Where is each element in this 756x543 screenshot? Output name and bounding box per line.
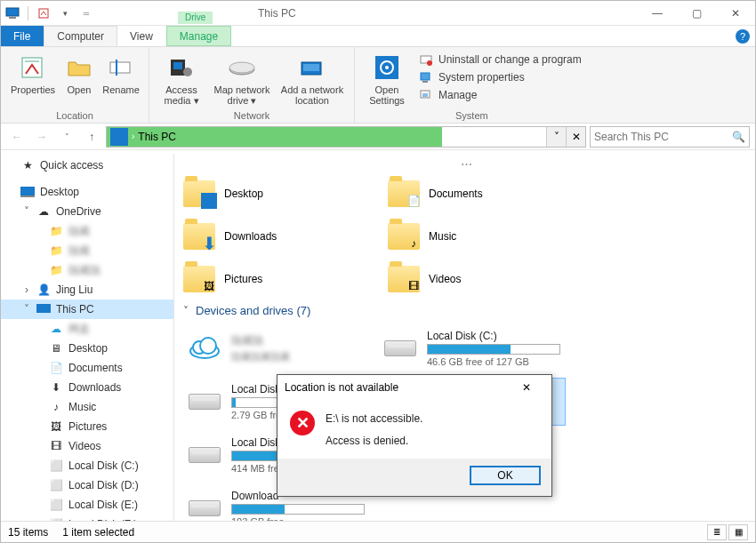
window-title: This PC bbox=[258, 7, 296, 20]
rename-button[interactable]: Rename bbox=[101, 51, 141, 108]
map-drive-icon bbox=[227, 52, 257, 83]
close-button[interactable]: ✕ bbox=[716, 1, 755, 26]
svg-rect-4 bbox=[110, 62, 130, 73]
context-tab-header: Drive Tools bbox=[178, 12, 213, 24]
properties-quick-icon[interactable] bbox=[36, 5, 52, 21]
qat-customize-icon[interactable]: ═ bbox=[78, 5, 94, 21]
tab-manage[interactable]: Manage bbox=[166, 26, 231, 46]
breadcrumb[interactable]: This PC bbox=[134, 131, 180, 143]
drive-cloud[interactable]: 隐藏隐隐藏隐藏隐藏 bbox=[183, 324, 370, 372]
svg-point-26 bbox=[200, 338, 216, 354]
pc-icon bbox=[36, 302, 51, 316]
navigation-pane[interactable]: ★Quick access Desktop ˅☁OneDrive 📁隐藏 📁隐藏… bbox=[1, 154, 174, 521]
downloads-icon: ⬇ bbox=[49, 380, 63, 395]
nav-pc-pictures[interactable]: 🖼Pictures bbox=[1, 417, 173, 436]
add-network-location-button[interactable]: Add a network location bbox=[277, 51, 347, 108]
nav-up-button[interactable]: ↑ bbox=[81, 126, 102, 148]
ok-button[interactable]: OK bbox=[470, 466, 541, 485]
svg-rect-7 bbox=[173, 62, 182, 69]
nav-pc-downloads[interactable]: ⬇Downloads bbox=[1, 378, 173, 397]
error-dialog: Location is not available✕ ✕ E:\ is not … bbox=[277, 374, 552, 497]
search-box[interactable]: 🔍 bbox=[590, 126, 750, 148]
nav-onedrive-sub1[interactable]: 📁隐藏 bbox=[1, 221, 173, 241]
folder-pictures[interactable]: 🖼Pictures bbox=[183, 261, 379, 297]
nav-desktop-root[interactable]: Desktop bbox=[1, 182, 173, 202]
folder-desktop[interactable]: Desktop bbox=[183, 176, 379, 212]
quick-access-toolbar: ▾ ═ bbox=[1, 5, 98, 21]
system-properties-button[interactable]: System properties bbox=[419, 70, 582, 84]
nav-wps-cloud[interactable]: ☁网盘 bbox=[1, 319, 173, 339]
map-network-drive-button[interactable]: Map network drive ▾ bbox=[210, 51, 274, 108]
collapse-icon[interactable]: ˅ bbox=[22, 303, 31, 315]
manage-button[interactable]: Manage bbox=[419, 88, 582, 102]
nav-user[interactable]: ›👤Jing Liu bbox=[1, 280, 173, 299]
music-icon: ♪ bbox=[49, 400, 63, 414]
address-refresh-button[interactable]: ✕ bbox=[566, 127, 585, 147]
nav-drive-c[interactable]: ⬜Local Disk (C:) bbox=[1, 456, 173, 475]
uninstall-program-button[interactable]: Uninstall or change a program bbox=[419, 52, 582, 67]
nav-pc-videos[interactable]: 🎞Videos bbox=[1, 436, 173, 456]
address-dropdown-button[interactable]: ˅ bbox=[546, 127, 566, 147]
svg-point-17 bbox=[427, 60, 432, 66]
folder-documents[interactable]: 📄Documents bbox=[388, 176, 583, 212]
group-network-caption: Network bbox=[234, 108, 269, 121]
folder-downloads[interactable]: ⬇Downloads bbox=[183, 219, 379, 254]
title-bar: ▾ ═ Drive Tools This PC — ▢ ✕ bbox=[1, 1, 755, 26]
expand-icon[interactable]: ˅ bbox=[22, 205, 31, 218]
search-icon: 🔍 bbox=[732, 131, 745, 143]
cloud-icon: ☁ bbox=[36, 204, 51, 219]
folder-icon: 📁 bbox=[49, 263, 63, 277]
nav-pc-documents[interactable]: 📄Documents bbox=[1, 358, 173, 378]
drive-icon: ⬜ bbox=[49, 459, 63, 473]
nav-pc-desktop[interactable]: 🖥Desktop bbox=[1, 339, 173, 358]
access-media-button[interactable]: Access media ▾ bbox=[157, 51, 206, 108]
svg-point-10 bbox=[229, 62, 254, 73]
nav-drive-d[interactable]: ⬜Local Disk (D:) bbox=[1, 475, 173, 495]
details-view-button[interactable]: ≣ bbox=[707, 524, 727, 540]
help-icon[interactable]: ? bbox=[736, 29, 750, 44]
nav-drive-e[interactable]: ⬜Local Disk (E:) bbox=[1, 495, 173, 515]
open-button[interactable]: Open bbox=[61, 51, 97, 108]
drive-icon: ⬜ bbox=[49, 478, 63, 492]
dialog-message: E:\ is not accessible. Access is denied. bbox=[326, 411, 422, 450]
address-bar[interactable]: › This PC ˅ ✕ bbox=[106, 126, 586, 148]
address-bar-row: ← → ˅ ↑ › This PC ˅ ✕ 🔍 bbox=[1, 124, 755, 150]
nav-back-button[interactable]: ← bbox=[6, 126, 28, 148]
folder-videos[interactable]: 🎞Videos bbox=[388, 261, 583, 297]
svg-rect-3 bbox=[22, 58, 42, 77]
tab-computer[interactable]: Computer bbox=[44, 26, 117, 46]
drive-icon bbox=[187, 495, 222, 521]
uninstall-icon bbox=[419, 52, 433, 67]
cloud-icon: ☁ bbox=[49, 322, 63, 336]
status-item-count: 15 items bbox=[8, 526, 48, 539]
large-icons-view-button[interactable]: ▦ bbox=[728, 524, 748, 540]
pc-icon[interactable] bbox=[4, 5, 20, 21]
svg-rect-2 bbox=[39, 9, 48, 18]
open-settings-button[interactable]: Open Settings bbox=[362, 51, 412, 108]
nav-pc-music[interactable]: ♪Music bbox=[1, 397, 173, 417]
folder-music[interactable]: ♪Music bbox=[388, 219, 583, 254]
nav-this-pc[interactable]: ˅This PC bbox=[1, 299, 173, 319]
minimize-button[interactable]: — bbox=[638, 1, 677, 26]
nav-onedrive-sub3[interactable]: 📁隐藏隐 bbox=[1, 260, 173, 280]
folder-icon: ⬇ bbox=[183, 223, 215, 250]
nav-recent-button[interactable]: ˅ bbox=[56, 126, 77, 148]
expand-icon[interactable]: › bbox=[22, 283, 31, 296]
tab-view[interactable]: View bbox=[117, 26, 166, 46]
this-pc-icon bbox=[110, 128, 128, 146]
nav-onedrive-sub2[interactable]: 📁隐藏 bbox=[1, 241, 173, 260]
search-input[interactable] bbox=[594, 131, 732, 143]
devices-header[interactable]: Devices and drives (7) bbox=[183, 304, 746, 317]
tab-file[interactable]: File bbox=[1, 26, 44, 46]
nav-onedrive[interactable]: ˅☁OneDrive bbox=[1, 202, 173, 221]
properties-button[interactable]: Properties bbox=[8, 51, 58, 108]
svg-rect-5 bbox=[116, 60, 117, 76]
nav-drive-f[interactable]: ⬜Local Disk (F:) bbox=[1, 515, 173, 521]
nav-forward-button[interactable]: → bbox=[31, 126, 52, 148]
nav-quick-access[interactable]: ★Quick access bbox=[1, 156, 173, 175]
folder-icon: 📄 bbox=[388, 180, 420, 207]
drive-c[interactable]: Local Disk (C:)46.6 GB free of 127 GB bbox=[379, 324, 566, 372]
maximize-button[interactable]: ▢ bbox=[677, 1, 716, 26]
qat-dropdown-icon[interactable]: ▾ bbox=[57, 5, 73, 21]
dialog-close-button[interactable]: ✕ bbox=[509, 375, 544, 400]
